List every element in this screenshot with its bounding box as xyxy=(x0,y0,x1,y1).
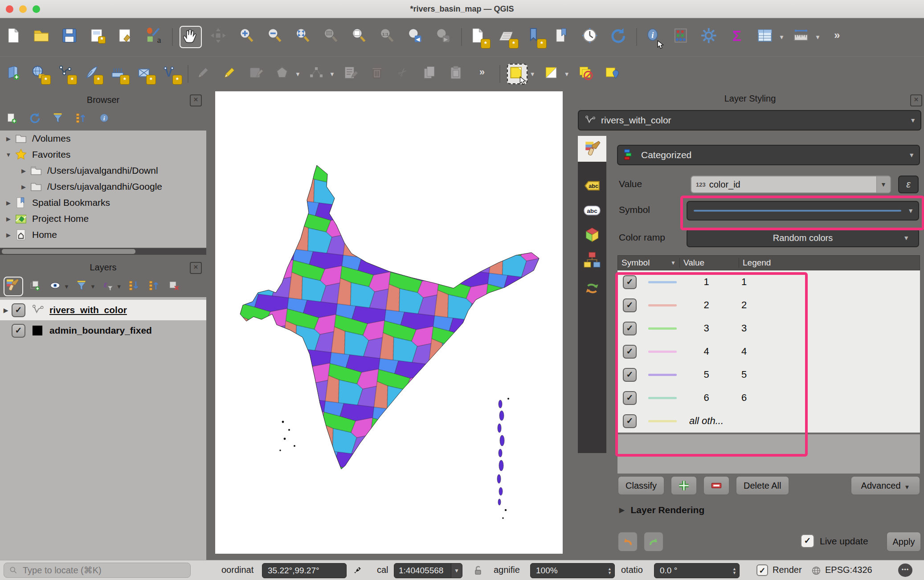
category-checkbox[interactable]: ✓ xyxy=(623,298,637,312)
extent-tracking-icon[interactable] xyxy=(351,564,364,576)
browser-item-project-home[interactable]: ▶Project Home xyxy=(0,211,206,227)
layers-close-icon[interactable]: ✕ xyxy=(190,262,202,274)
tab-callouts[interactable]: abc xyxy=(578,199,606,222)
remove-layer-button[interactable] xyxy=(168,279,182,294)
add-group-button[interactable] xyxy=(29,279,43,294)
map-canvas[interactable] xyxy=(215,91,563,554)
manage-map-themes-button[interactable] xyxy=(49,279,63,294)
data-source-manager-button[interactable] xyxy=(4,65,23,83)
zoom-out-button[interactable] xyxy=(266,27,286,47)
select-by-location-button[interactable] xyxy=(604,65,622,83)
lock-scale-icon[interactable] xyxy=(472,564,485,576)
browser-item-spatial-bookmarks[interactable]: ▶Spatial Bookmarks xyxy=(0,195,206,211)
dropdown-arrow-icon[interactable]: ▼ xyxy=(779,34,785,41)
tab-diagrams[interactable] xyxy=(578,248,606,271)
identify-features-button[interactable]: i xyxy=(644,27,664,47)
vertex-tool-button[interactable] xyxy=(308,65,327,83)
tab-history[interactable] xyxy=(578,277,606,300)
collapse-all-button[interactable] xyxy=(75,112,89,126)
temporal-controller-button[interactable] xyxy=(581,27,601,47)
locate-input[interactable] xyxy=(22,565,171,576)
category-line-symbol[interactable] xyxy=(648,374,677,376)
category-checkbox[interactable]: ✓ xyxy=(623,322,637,335)
filter-by-expression-button[interactable]: ε xyxy=(102,279,116,294)
new-shapefile-layer-button[interactable]: * xyxy=(57,65,76,83)
toolbar-overflow-2-button[interactable]: » xyxy=(474,65,493,83)
browser-hscrollbar-thumb[interactable] xyxy=(2,249,135,254)
layer-visibility-checkbox[interactable]: ✓ xyxy=(12,324,25,338)
new-spatial-bookmark-button[interactable]: * xyxy=(525,27,545,47)
locate-search-field[interactable] xyxy=(4,563,191,578)
remove-category-button[interactable] xyxy=(703,476,730,495)
zoom-in-button[interactable] xyxy=(237,27,258,47)
category-row-1[interactable]: ✓11 xyxy=(617,270,920,294)
category-row-4[interactable]: ✓44 xyxy=(617,340,920,363)
spinner-arrows[interactable]: ▲▼ xyxy=(732,567,736,575)
dropdown-arrow-icon[interactable]: ▼ xyxy=(64,283,70,290)
redo-style-button[interactable] xyxy=(643,531,664,552)
new-mesh-layer-button[interactable]: * xyxy=(136,65,155,83)
category-row-all-oth-[interactable]: ✓all oth... xyxy=(617,409,920,433)
category-row-5[interactable]: ✓55 xyxy=(617,363,920,386)
zoom-last-button[interactable]: ◀ xyxy=(406,27,426,47)
renderer-dropdown[interactable]: Categorized ▼ xyxy=(617,145,920,165)
messages-button[interactable]: ••• xyxy=(898,564,912,577)
zoom-full-button[interactable] xyxy=(294,27,314,47)
tab-symbology[interactable] xyxy=(578,136,606,162)
pan-map-button[interactable] xyxy=(180,26,202,48)
expander-icon[interactable]: ▶ xyxy=(3,135,14,142)
zoom-next-button[interactable]: ▶ xyxy=(434,27,454,47)
render-checkbox[interactable]: ✓ xyxy=(756,564,768,576)
new-map-view-button[interactable]: * xyxy=(469,27,489,47)
browser-item--users-ujavalgandhi-downl[interactable]: ▶/Users/ujavalgandhi/Downl xyxy=(0,163,206,179)
category-checkbox[interactable]: ✓ xyxy=(623,391,637,405)
scale-combobox[interactable]: 1:40405568 ▼ xyxy=(394,563,462,578)
styling-layer-selector[interactable]: rivers_with_color ▼ xyxy=(578,110,921,131)
new-project-button[interactable] xyxy=(4,27,25,47)
refresh-map-button[interactable] xyxy=(609,27,630,47)
new-geopackage-layer-button[interactable]: * xyxy=(31,65,49,83)
new-spatialite-layer-button[interactable]: * xyxy=(83,65,102,83)
layer-visibility-checkbox[interactable]: ✓ xyxy=(12,303,25,317)
category-checkbox[interactable]: ✓ xyxy=(623,368,637,382)
layer-rendering-section[interactable]: ▶ Layer Rendering xyxy=(619,505,704,515)
live-update-checkbox[interactable]: ✓ xyxy=(801,534,814,548)
category-row-3[interactable]: ✓33 xyxy=(617,317,920,340)
expander-icon[interactable]: ▶ xyxy=(18,184,29,190)
zoom-native-button[interactable]: 1:1 xyxy=(378,27,398,47)
classify-button[interactable]: Classify xyxy=(617,476,665,495)
expression-builder-button[interactable]: ε xyxy=(898,176,919,193)
category-line-symbol[interactable] xyxy=(648,397,677,399)
expander-icon[interactable]: ▼ xyxy=(3,151,14,158)
expander-icon[interactable]: ▶ xyxy=(18,167,29,174)
category-row-2[interactable]: ✓22 xyxy=(617,294,920,317)
categories-table-header[interactable]: Symbol▼ Value Legend xyxy=(617,255,920,270)
paste-features-button[interactable] xyxy=(448,65,466,83)
value-field-dropdown[interactable]: 123 color_id ▼ xyxy=(691,176,891,193)
new-temporary-scratch-layer-button[interactable]: * xyxy=(110,65,128,83)
zoom-to-layer-button[interactable] xyxy=(350,27,370,47)
processing-toolbox-button[interactable] xyxy=(700,27,720,47)
attribute-table-button[interactable] xyxy=(756,27,777,47)
expand-all-button[interactable] xyxy=(128,279,142,294)
show-layout-manager-button[interactable] xyxy=(117,27,137,47)
field-calculator-button[interactable] xyxy=(672,27,692,47)
measure-button[interactable] xyxy=(792,27,813,47)
category-line-symbol[interactable] xyxy=(648,420,677,422)
crs-status[interactable]: EPSG:4326 xyxy=(825,565,879,575)
spinner-arrows[interactable]: ▲▼ xyxy=(608,567,612,575)
save-layer-edits-button[interactable] xyxy=(248,65,266,83)
properties-info-button[interactable]: i xyxy=(98,112,112,126)
copy-features-button[interactable] xyxy=(421,65,440,83)
add-category-button[interactable] xyxy=(671,476,697,495)
category-checkbox[interactable]: ✓ xyxy=(623,345,637,359)
coordinate-field[interactable]: 35.22°,99.27° xyxy=(262,563,347,578)
pan-to-selection-button[interactable] xyxy=(209,27,230,47)
browser-item--users-ujavalgandhi-google[interactable]: ▶/Users/ujavalgandhi/Google xyxy=(0,179,206,195)
collapse-all-layers-button[interactable] xyxy=(148,279,162,294)
toggle-editing-button[interactable] xyxy=(221,65,240,83)
rotation-spinbox[interactable]: 0.0 ° ▲▼ xyxy=(654,563,740,578)
select-features-button[interactable] xyxy=(507,64,527,84)
color-ramp-dropdown[interactable]: Random colors ▼ xyxy=(687,229,919,247)
undo-style-button[interactable] xyxy=(617,531,638,552)
